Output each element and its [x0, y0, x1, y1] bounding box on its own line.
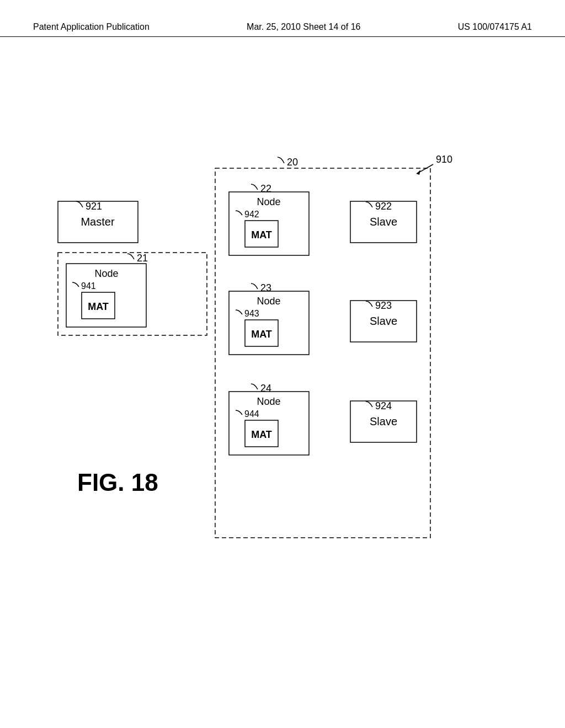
ref-941: 941: [81, 281, 96, 291]
mat-942-label: MAT: [251, 229, 272, 240]
header-left: Patent Application Publication: [33, 22, 150, 32]
mat-944-label: MAT: [251, 429, 272, 440]
node-23-label: Node: [257, 296, 280, 307]
ref-924: 924: [375, 400, 392, 411]
page-header: Patent Application Publication Mar. 25, …: [0, 0, 565, 37]
ref-922: 922: [375, 201, 392, 212]
node-24-label: Node: [257, 396, 280, 407]
slave-923-label: Slave: [370, 315, 397, 327]
svg-marker-1: [417, 170, 420, 175]
diagram-svg: 910 20 921 Master 21 Node 941 MAT 22 Nod…: [0, 55, 565, 662]
slave-924-label: Slave: [370, 415, 397, 427]
ref-943: 943: [244, 309, 259, 318]
svg-rect-2: [215, 168, 430, 538]
date-sheet-label: Mar. 25, 2010 Sheet 14 of 16: [247, 22, 360, 31]
ref-910: 910: [436, 154, 452, 165]
publication-label: Patent Application Publication: [33, 22, 150, 31]
ref-921: 921: [86, 201, 102, 212]
ref-923: 923: [375, 300, 392, 311]
mat-941-label: MAT: [88, 301, 109, 312]
ref-22: 22: [260, 183, 271, 194]
node-21-label: Node: [94, 268, 118, 279]
fig-label: FIG. 18: [77, 469, 158, 496]
ref-21: 21: [137, 253, 148, 264]
slave-922-label: Slave: [370, 216, 397, 228]
header-right: US 100/074175 A1: [458, 22, 532, 32]
patent-number-label: US 100/074175 A1: [458, 22, 532, 31]
master-label: Master: [81, 216, 114, 228]
ref-23: 23: [260, 282, 271, 293]
svg-rect-4: [58, 253, 207, 335]
ref-942: 942: [244, 210, 259, 219]
ref-20: 20: [287, 157, 298, 168]
ref-24: 24: [260, 383, 271, 394]
ref-944: 944: [244, 409, 259, 419]
mat-943-label: MAT: [251, 329, 272, 340]
node-22-label: Node: [257, 196, 280, 207]
header-center: Mar. 25, 2010 Sheet 14 of 16: [247, 22, 360, 32]
